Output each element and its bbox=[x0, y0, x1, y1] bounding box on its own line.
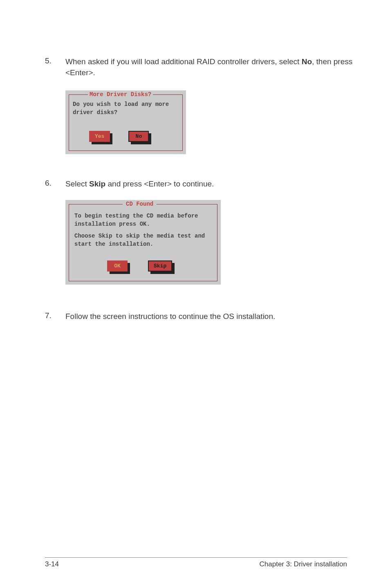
step-number: 5. bbox=[45, 56, 65, 78]
dialog-title: More Driver Disks? bbox=[88, 91, 153, 98]
dialog-prompt: Do you wish to load any more driver disk… bbox=[73, 101, 179, 117]
page-footer: 3-14 Chapter 3: Driver installation bbox=[0, 557, 390, 568]
step-number: 7. bbox=[45, 311, 65, 322]
ok-button[interactable]: OK bbox=[107, 260, 128, 272]
bold-skip: Skip bbox=[89, 180, 105, 188]
step-6: 6. Select Skip and press <Enter> to cont… bbox=[45, 179, 357, 190]
step-number: 6. bbox=[45, 179, 65, 190]
dialog-cd-found: CD Found To begin testing the CD media b… bbox=[65, 200, 357, 285]
dialog-text-1: To begin testing the CD media before ins… bbox=[74, 212, 212, 228]
skip-button[interactable]: Skip bbox=[148, 260, 172, 272]
step-text: When asked if you will load additional R… bbox=[65, 56, 357, 78]
step-5: 5. When asked if you will load additiona… bbox=[45, 56, 357, 78]
step-text: Follow the screen instructions to contin… bbox=[65, 311, 275, 322]
dialog-more-driver-disks: More Driver Disks? Do you wish to load a… bbox=[65, 90, 357, 154]
yes-button[interactable]: Yes bbox=[89, 131, 110, 142]
page-number: 3-14 bbox=[45, 560, 59, 568]
no-button[interactable]: No bbox=[128, 131, 149, 142]
step-7: 7. Follow the screen instructions to con… bbox=[45, 311, 357, 322]
step-text: Select Skip and press <Enter> to continu… bbox=[65, 179, 214, 190]
bold-no: No bbox=[302, 57, 312, 66]
dialog-text-2: Choose Skip to skip the media test and s… bbox=[74, 232, 212, 248]
dialog-title: CD Found bbox=[123, 201, 157, 207]
chapter-label: Chapter 3: Driver installation bbox=[260, 560, 347, 568]
